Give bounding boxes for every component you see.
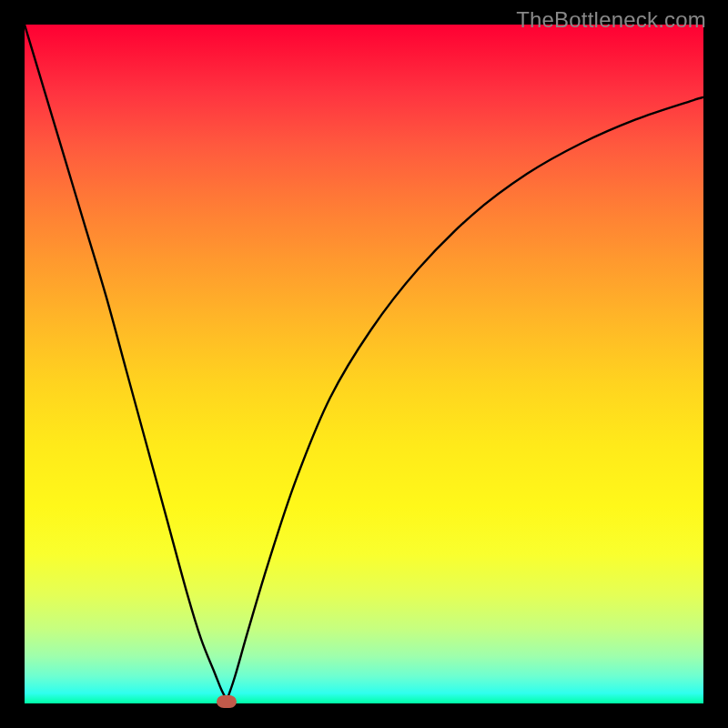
- chart-curve-svg: [25, 25, 703, 703]
- minimum-marker: [217, 695, 237, 708]
- curve-left-branch: [25, 25, 227, 700]
- chart-container: [25, 25, 703, 703]
- watermark-text: TheBottleneck.com: [516, 7, 706, 33]
- curve-right-branch: [227, 97, 703, 700]
